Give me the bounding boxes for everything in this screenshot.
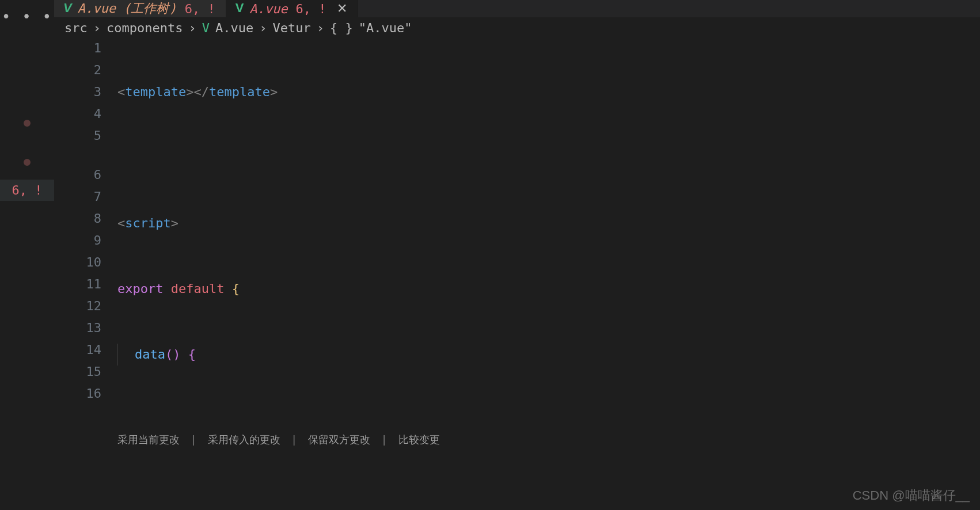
line-number: 16: [54, 383, 101, 405]
line-number: 5: [54, 125, 101, 147]
code-line[interactable]: export default {: [117, 278, 980, 300]
watermark: CSDN @喵喵酱仔__: [853, 487, 970, 504]
line-number: 10: [54, 252, 101, 273]
open-editors-badge[interactable]: 6, !: [0, 180, 54, 201]
breadcrumb-item[interactable]: src: [64, 21, 88, 35]
tab-title: A.vue (工作树): [78, 0, 177, 17]
code-line[interactable]: data() {: [117, 344, 980, 366]
tab-bar: V A.vue (工作树) 6, ! V A.vue 6, ! ✕: [54, 0, 980, 17]
accept-current-link[interactable]: 采用当前更改: [117, 429, 180, 451]
chevron-right-icon: ›: [259, 21, 267, 35]
tab-problem-count: 6, !: [294, 2, 326, 16]
chevron-right-icon: ›: [317, 21, 324, 35]
vue-icon: V: [202, 21, 210, 35]
line-number: 9: [54, 230, 101, 252]
line-number: 8: [54, 208, 101, 230]
line-number: 12: [54, 295, 101, 317]
accept-incoming-link[interactable]: 采用传入的更改: [208, 429, 280, 451]
code-line[interactable]: <script>: [117, 212, 980, 234]
breadcrumb-item[interactable]: components: [107, 21, 183, 35]
merge-codelens: 采用当前更改 | 采用传入的更改 | 保留双方更改 | 比较变更: [117, 431, 980, 448]
close-icon[interactable]: ✕: [337, 1, 347, 16]
line-number: 14: [54, 339, 101, 361]
code-editor[interactable]: 1 2 3 4 5 6 7 8 9 10 11 12 13 14 15 16 <…: [54, 37, 980, 510]
code-line[interactable]: <template></template>: [117, 81, 980, 103]
breadcrumb-item[interactable]: A.vue: [215, 21, 253, 35]
tab-a-vue-worktree[interactable]: V A.vue (工作树) 6, !: [54, 0, 226, 17]
tab-title: A.vue: [249, 2, 287, 16]
scm-change-dot-icon: [24, 159, 31, 166]
scm-change-dot-icon: [24, 120, 31, 127]
chevron-right-icon: ›: [188, 21, 196, 35]
compare-changes-link[interactable]: 比较变更: [398, 429, 440, 451]
line-number: 3: [54, 81, 101, 103]
open-editors-badge-label: 6, !: [12, 183, 43, 197]
vue-icon: V: [235, 1, 244, 16]
line-number: 11: [54, 273, 101, 295]
breadcrumb[interactable]: src › components › V A.vue › Vetur › { }…: [54, 17, 980, 37]
breadcrumb-item[interactable]: Vetur: [272, 21, 310, 35]
accept-both-link[interactable]: 保留双方更改: [308, 429, 370, 451]
chevron-right-icon: ›: [93, 21, 101, 35]
breadcrumb-item[interactable]: "A.vue": [359, 21, 412, 35]
line-number: 13: [54, 317, 101, 339]
activity-bar: • • • 6, !: [0, 0, 54, 510]
more-icon[interactable]: • • •: [2, 8, 52, 25]
line-number: 4: [54, 103, 101, 125]
code-line[interactable]: [117, 147, 980, 169]
tab-problem-count: 6, !: [183, 2, 215, 16]
braces-icon: { }: [330, 21, 353, 35]
line-number-gutter: 1 2 3 4 5 6 7 8 9 10 11 12 13 14 15 16: [54, 37, 117, 510]
line-number: 2: [54, 59, 101, 81]
tab-a-vue[interactable]: V A.vue 6, ! ✕: [226, 0, 358, 17]
line-number: 7: [54, 186, 101, 208]
codelens-gutter: [54, 147, 101, 164]
code-content[interactable]: <template></template> <script> export de…: [117, 37, 980, 510]
line-number: 15: [54, 361, 101, 383]
line-number: 1: [54, 37, 101, 59]
line-number: 6: [54, 164, 101, 186]
vue-icon: V: [63, 1, 72, 16]
